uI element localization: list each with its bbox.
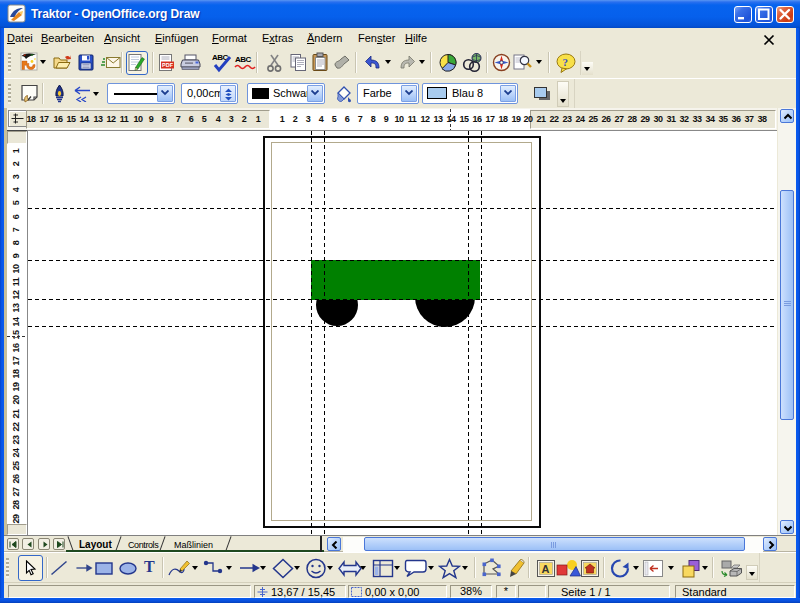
svg-text:A: A: [542, 563, 550, 575]
svg-text:PDF: PDF: [162, 62, 174, 68]
svg-text:?: ?: [563, 56, 569, 68]
svg-text:ABC: ABC: [235, 55, 252, 64]
